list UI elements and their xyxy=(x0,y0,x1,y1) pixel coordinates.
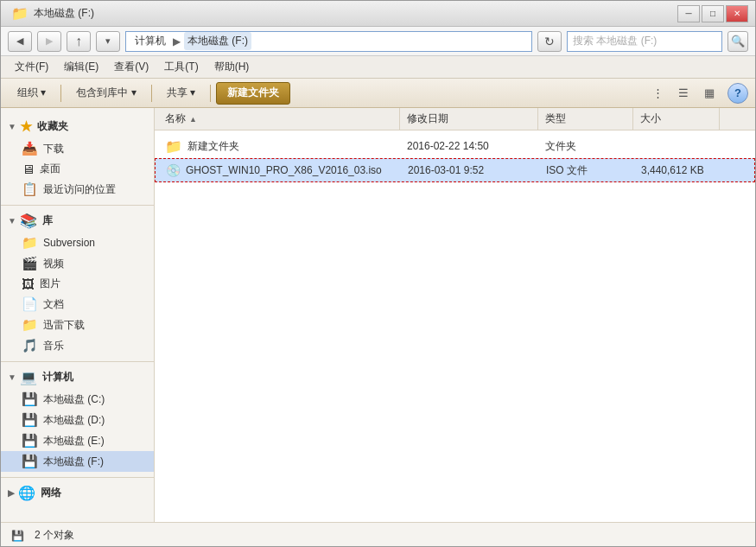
desktop-icon: 🖥 xyxy=(22,162,35,176)
sidebar-header-computer[interactable]: ▼ 💻 计算机 xyxy=(1,366,154,389)
drive-c-label: 本地磁盘 (C:) xyxy=(43,392,105,407)
close-button[interactable]: ✕ xyxy=(726,5,748,22)
drive-status-icon: 💾 xyxy=(11,530,24,542)
sidebar-item-drive-d[interactable]: 💾 本地磁盘 (D:) xyxy=(1,410,154,430)
menu-bar: 文件(F) 编辑(E) 查看(V) 工具(T) 帮助(H) xyxy=(1,56,755,79)
back-button[interactable]: ◀ xyxy=(8,31,32,52)
drive-f-icon: 💾 xyxy=(22,454,38,469)
share-button[interactable]: 共享 ▾ xyxy=(157,82,205,105)
sidebar-item-recent[interactable]: 📋 最近访问的位置 xyxy=(1,179,154,200)
menu-tools[interactable]: 工具(T) xyxy=(157,57,205,77)
new-folder-button[interactable]: 新建文件夹 xyxy=(216,82,290,105)
sidebar-header-libraries[interactable]: ▼ 📚 库 xyxy=(1,209,154,232)
sidebar-header-network[interactable]: ▶ 🌐 网络 xyxy=(1,481,154,505)
sidebar-header-favorites[interactable]: ▼ ★ 收藏夹 xyxy=(1,115,154,138)
computer-label: 计算机 xyxy=(42,370,73,385)
file-date-folder: 2016-02-22 14:50 xyxy=(400,140,538,152)
view-details-button[interactable]: ☰ xyxy=(672,83,695,104)
organize-button[interactable]: 组织 ▾ xyxy=(8,82,55,105)
video-label: 视频 xyxy=(43,257,64,271)
sidebar: ▼ ★ 收藏夹 📥 下载 🖥 桌面 📋 最近访问的位置 ▼ 📚 xyxy=(1,108,155,522)
sidebar-item-documents[interactable]: 📄 文档 xyxy=(1,294,154,315)
downloads-icon: 📥 xyxy=(22,141,38,156)
drive-c-icon: 💾 xyxy=(22,391,38,407)
search-placeholder: 搜索 本地磁盘 (F:) xyxy=(573,34,657,48)
col-date-label: 修改日期 xyxy=(407,111,448,126)
favorites-arrow: ▼ xyxy=(8,122,16,131)
path-computer[interactable]: 计算机 xyxy=(131,32,169,50)
refresh-button[interactable]: ↻ xyxy=(537,31,562,52)
sidebar-item-subversion[interactable]: 📁 Subversion xyxy=(1,232,154,253)
view-options-button[interactable]: ⋮ xyxy=(646,83,669,104)
sidebar-item-video[interactable]: 🎬 视频 xyxy=(1,253,154,274)
music-icon: 🎵 xyxy=(22,338,38,353)
file-list-body: 📁 新建文件夹 2016-02-22 14:50 文件夹 💿 GHOST_WIN… xyxy=(155,130,755,522)
minimize-button[interactable]: ─ xyxy=(677,5,700,22)
libraries-label: 库 xyxy=(42,213,53,228)
status-bar: 💾 2 个对象 xyxy=(1,522,755,547)
up-button[interactable]: ↑ xyxy=(67,31,91,52)
sidebar-item-downloads[interactable]: 📥 下载 xyxy=(1,138,154,159)
menu-edit[interactable]: 编辑(E) xyxy=(57,57,105,77)
sidebar-section-favorites: ▼ ★ 收藏夹 📥 下载 🖥 桌面 📋 最近访问的位置 xyxy=(1,115,154,200)
sidebar-item-thunder[interactable]: 📁 迅雷下载 xyxy=(1,315,154,335)
thunder-icon: 📁 xyxy=(22,317,38,333)
title-bar-left: 📁 本地磁盘 (F:) xyxy=(11,5,94,22)
file-date-iso: 2016-03-01 9:52 xyxy=(401,164,539,176)
sidebar-item-drive-f[interactable]: 💾 本地磁盘 (F:) xyxy=(1,451,154,472)
main-layout: ▼ ★ 收藏夹 📥 下载 🖥 桌面 📋 最近访问的位置 ▼ 📚 xyxy=(1,108,755,522)
sidebar-item-drive-c[interactable]: 💾 本地磁盘 (C:) xyxy=(1,389,154,410)
forward-button[interactable]: ▶ xyxy=(37,31,61,52)
iso-icon: 💿 xyxy=(166,163,181,177)
sidebar-section-libraries: ▼ 📚 库 📁 Subversion 🎬 视频 🖼 图片 📄 文档 📁 xyxy=(1,209,154,356)
include-lib-button[interactable]: 包含到库中 ▾ xyxy=(67,82,145,105)
search-button[interactable]: 🔍 xyxy=(727,31,748,52)
col-header-date[interactable]: 修改日期 xyxy=(400,108,538,130)
col-size-label: 大小 xyxy=(640,111,661,126)
menu-view[interactable]: 查看(V) xyxy=(107,57,156,77)
documents-icon: 📄 xyxy=(22,296,38,312)
col-header-name[interactable]: 名称 ▲ xyxy=(158,108,400,130)
documents-label: 文档 xyxy=(43,297,64,312)
col-header-type[interactable]: 类型 xyxy=(538,108,633,130)
sidebar-item-pictures[interactable]: 🖼 图片 xyxy=(1,274,154,294)
col-name-label: 名称 xyxy=(165,111,186,126)
file-list-header: 名称 ▲ 修改日期 类型 大小 xyxy=(155,108,755,130)
view-tiles-button[interactable]: ▦ xyxy=(698,83,721,104)
menu-help[interactable]: 帮助(H) xyxy=(207,57,257,77)
drive-d-label: 本地磁盘 (D:) xyxy=(43,413,105,428)
pictures-icon: 🖼 xyxy=(22,277,35,291)
subversion-icon: 📁 xyxy=(22,235,38,251)
file-area: 名称 ▲ 修改日期 类型 大小 📁 新建文件夹 2016-02-22 14:50 xyxy=(155,108,755,522)
file-type-folder: 文件夹 xyxy=(538,139,633,154)
toolbar-separator-3 xyxy=(210,85,211,102)
network-icon: 🌐 xyxy=(18,485,35,501)
drive-e-label: 本地磁盘 (E:) xyxy=(43,434,105,448)
video-icon: 🎬 xyxy=(22,256,38,271)
search-box[interactable]: 搜索 本地磁盘 (F:) xyxy=(567,31,722,52)
file-row-folder[interactable]: 📁 新建文件夹 2016-02-22 14:50 文件夹 xyxy=(155,134,755,158)
sidebar-divider-2 xyxy=(1,361,154,362)
star-icon: ★ xyxy=(20,118,32,135)
col-header-size[interactable]: 大小 xyxy=(633,108,720,130)
maximize-button[interactable]: □ xyxy=(702,5,724,22)
path-drive[interactable]: 本地磁盘 (F:) xyxy=(184,32,251,50)
address-path[interactable]: 计算机 ▶ 本地磁盘 (F:) xyxy=(125,31,532,52)
recent-icon: 📋 xyxy=(22,181,38,197)
sidebar-divider-1 xyxy=(1,205,154,206)
sidebar-item-music[interactable]: 🎵 音乐 xyxy=(1,335,154,356)
menu-file[interactable]: 文件(F) xyxy=(8,57,55,77)
desktop-label: 桌面 xyxy=(40,162,60,176)
sidebar-item-drive-e[interactable]: 💾 本地磁盘 (E:) xyxy=(1,430,154,451)
help-button[interactable]: ? xyxy=(727,83,748,104)
sidebar-section-computer: ▼ 💻 计算机 💾 本地磁盘 (C:) 💾 本地磁盘 (D:) 💾 本地磁盘 (… xyxy=(1,366,154,472)
sidebar-item-desktop[interactable]: 🖥 桌面 xyxy=(1,159,154,179)
file-row-iso[interactable]: 💿 GHOST_WIN10_PRO_X86_V2016_03.iso 2016-… xyxy=(155,158,755,182)
pictures-label: 图片 xyxy=(40,277,60,291)
network-arrow: ▶ xyxy=(8,488,15,498)
file-size-iso: 3,440,612 KB xyxy=(634,164,721,176)
dropdown-button[interactable]: ▾ xyxy=(96,31,120,52)
window-icon: 📁 xyxy=(11,5,29,22)
thunder-label: 迅雷下载 xyxy=(43,318,85,333)
file-name-iso: 💿 GHOST_WIN10_PRO_X86_V2016_03.iso xyxy=(159,163,401,177)
